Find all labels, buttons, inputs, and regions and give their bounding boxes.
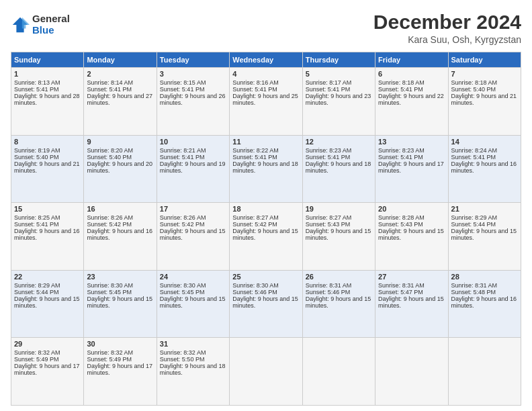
day-number: 3 bbox=[160, 70, 226, 78]
sunrise-label: Sunrise: 8:26 AM bbox=[160, 214, 206, 221]
col-sunday: Sunday bbox=[11, 52, 84, 68]
table-row: 24 Sunrise: 8:30 AM Sunset: 5:45 PM Dayl… bbox=[157, 270, 229, 338]
sunset-label: Sunset: 5:44 PM bbox=[14, 289, 59, 295]
logo: General Blue bbox=[11, 13, 70, 36]
day-number: 15 bbox=[14, 205, 81, 213]
col-tuesday: Tuesday bbox=[157, 52, 229, 68]
day-number: 16 bbox=[87, 205, 153, 213]
col-saturday: Saturday bbox=[448, 52, 521, 68]
table-row: 21 Sunrise: 8:29 AM Sunset: 5:44 PM Dayl… bbox=[448, 203, 521, 271]
sunset-label: Sunset: 5:41 PM bbox=[378, 154, 423, 161]
header-row: Sunday Monday Tuesday Wednesday Thursday… bbox=[11, 52, 521, 68]
sunset-label: Sunset: 5:49 PM bbox=[87, 356, 132, 363]
day-number: 23 bbox=[87, 273, 153, 281]
daylight-label: Daylight: 9 hours and 20 minutes. bbox=[87, 161, 152, 174]
day-number: 30 bbox=[87, 340, 153, 348]
sunset-label: Sunset: 5:40 PM bbox=[87, 154, 132, 161]
title-block: December 2024 Kara Suu, Osh, Kyrgyzstan bbox=[373, 11, 521, 45]
daylight-label: Daylight: 9 hours and 15 minutes. bbox=[378, 228, 444, 241]
sunrise-label: Sunrise: 8:32 AM bbox=[87, 349, 133, 356]
svg-marker-1 bbox=[22, 17, 30, 28]
sunset-label: Sunset: 5:46 PM bbox=[306, 289, 351, 295]
day-number: 22 bbox=[14, 273, 81, 281]
logo-icon bbox=[11, 15, 30, 34]
calendar-row: 22 Sunrise: 8:29 AM Sunset: 5:44 PM Dayl… bbox=[11, 270, 521, 338]
daylight-label: Daylight: 9 hours and 16 minutes. bbox=[451, 161, 517, 174]
sunrise-label: Sunrise: 8:25 AM bbox=[14, 214, 60, 221]
sunset-label: Sunset: 5:41 PM bbox=[14, 221, 59, 228]
sunset-label: Sunset: 5:41 PM bbox=[451, 154, 496, 161]
page: General Blue December 2024 Kara Suu, Osh… bbox=[0, 0, 532, 411]
table-row: 28 Sunrise: 8:31 AM Sunset: 5:48 PM Dayl… bbox=[448, 270, 521, 338]
col-wednesday: Wednesday bbox=[230, 52, 302, 68]
daylight-label: Daylight: 9 hours and 15 minutes. bbox=[306, 228, 371, 241]
sunset-label: Sunset: 5:46 PM bbox=[232, 289, 277, 295]
sunrise-label: Sunrise: 8:18 AM bbox=[378, 79, 425, 86]
daylight-label: Daylight: 9 hours and 17 minutes. bbox=[87, 363, 152, 376]
sunrise-label: Sunrise: 8:13 AM bbox=[14, 79, 60, 86]
day-number: 1 bbox=[14, 70, 81, 78]
sunrise-label: Sunrise: 8:15 AM bbox=[160, 79, 206, 86]
table-row: 16 Sunrise: 8:26 AM Sunset: 5:42 PM Dayl… bbox=[84, 203, 157, 271]
table-row: 11 Sunrise: 8:22 AM Sunset: 5:41 PM Dayl… bbox=[230, 135, 302, 203]
table-row: 13 Sunrise: 8:23 AM Sunset: 5:41 PM Dayl… bbox=[375, 135, 448, 203]
sunset-label: Sunset: 5:50 PM bbox=[160, 356, 205, 363]
day-number: 10 bbox=[160, 138, 226, 146]
daylight-label: Daylight: 9 hours and 27 minutes. bbox=[87, 93, 152, 106]
sunset-label: Sunset: 5:43 PM bbox=[306, 221, 351, 228]
sunrise-label: Sunrise: 8:26 AM bbox=[87, 214, 133, 221]
day-number: 29 bbox=[14, 340, 81, 348]
table-row: 26 Sunrise: 8:31 AM Sunset: 5:46 PM Dayl… bbox=[302, 270, 375, 338]
table-row bbox=[375, 338, 448, 406]
sunrise-label: Sunrise: 8:21 AM bbox=[160, 147, 206, 154]
col-monday: Monday bbox=[84, 52, 157, 68]
logo-general: General bbox=[32, 13, 70, 25]
table-row: 17 Sunrise: 8:26 AM Sunset: 5:42 PM Dayl… bbox=[157, 203, 229, 271]
table-row: 14 Sunrise: 8:24 AM Sunset: 5:41 PM Dayl… bbox=[448, 135, 521, 203]
logo-blue: Blue bbox=[32, 25, 70, 36]
day-number: 11 bbox=[232, 138, 299, 146]
daylight-label: Daylight: 9 hours and 17 minutes. bbox=[378, 161, 444, 174]
sunset-label: Sunset: 5:41 PM bbox=[232, 154, 277, 161]
sunset-label: Sunset: 5:45 PM bbox=[87, 289, 132, 295]
day-number: 19 bbox=[306, 205, 372, 213]
sunset-label: Sunset: 5:45 PM bbox=[160, 289, 205, 295]
sunrise-label: Sunrise: 8:27 AM bbox=[232, 214, 279, 221]
sunset-label: Sunset: 5:49 PM bbox=[14, 356, 59, 363]
day-number: 12 bbox=[306, 138, 372, 146]
sunrise-label: Sunrise: 8:31 AM bbox=[378, 282, 425, 289]
table-row: 25 Sunrise: 8:30 AM Sunset: 5:46 PM Dayl… bbox=[230, 270, 302, 338]
sunset-label: Sunset: 5:41 PM bbox=[306, 154, 351, 161]
daylight-label: Daylight: 9 hours and 26 minutes. bbox=[160, 93, 226, 106]
sunset-label: Sunset: 5:41 PM bbox=[232, 86, 277, 93]
day-number: 7 bbox=[451, 70, 518, 78]
day-number: 28 bbox=[451, 273, 518, 281]
sunrise-label: Sunrise: 8:32 AM bbox=[160, 349, 206, 356]
calendar-row: 29 Sunrise: 8:32 AM Sunset: 5:49 PM Dayl… bbox=[11, 338, 521, 406]
day-number: 20 bbox=[378, 205, 445, 213]
daylight-label: Daylight: 9 hours and 15 minutes. bbox=[232, 228, 298, 241]
daylight-label: Daylight: 9 hours and 15 minutes. bbox=[451, 228, 517, 241]
table-row: 4 Sunrise: 8:16 AM Sunset: 5:41 PM Dayli… bbox=[230, 68, 302, 136]
sunrise-label: Sunrise: 8:20 AM bbox=[87, 147, 133, 154]
day-number: 4 bbox=[232, 70, 299, 78]
daylight-label: Daylight: 9 hours and 21 minutes. bbox=[451, 93, 517, 106]
sunset-label: Sunset: 5:40 PM bbox=[14, 154, 59, 161]
daylight-label: Daylight: 9 hours and 18 minutes. bbox=[306, 161, 371, 174]
table-row: 6 Sunrise: 8:18 AM Sunset: 5:41 PM Dayli… bbox=[375, 68, 448, 136]
sunrise-label: Sunrise: 8:31 AM bbox=[306, 282, 352, 289]
sunset-label: Sunset: 5:41 PM bbox=[14, 86, 59, 93]
day-number: 8 bbox=[14, 138, 81, 146]
daylight-label: Daylight: 9 hours and 15 minutes. bbox=[160, 295, 226, 309]
table-row: 2 Sunrise: 8:14 AM Sunset: 5:41 PM Dayli… bbox=[84, 68, 157, 136]
daylight-label: Daylight: 9 hours and 21 minutes. bbox=[14, 161, 80, 174]
daylight-label: Daylight: 9 hours and 18 minutes. bbox=[160, 363, 226, 376]
sunset-label: Sunset: 5:41 PM bbox=[160, 154, 205, 161]
table-row: 30 Sunrise: 8:32 AM Sunset: 5:49 PM Dayl… bbox=[84, 338, 157, 406]
day-number: 2 bbox=[87, 70, 153, 78]
daylight-label: Daylight: 9 hours and 15 minutes. bbox=[232, 295, 298, 309]
table-row: 7 Sunrise: 8:18 AM Sunset: 5:40 PM Dayli… bbox=[448, 68, 521, 136]
table-row bbox=[302, 338, 375, 406]
day-number: 17 bbox=[160, 205, 226, 213]
sunrise-label: Sunrise: 8:31 AM bbox=[451, 282, 498, 289]
